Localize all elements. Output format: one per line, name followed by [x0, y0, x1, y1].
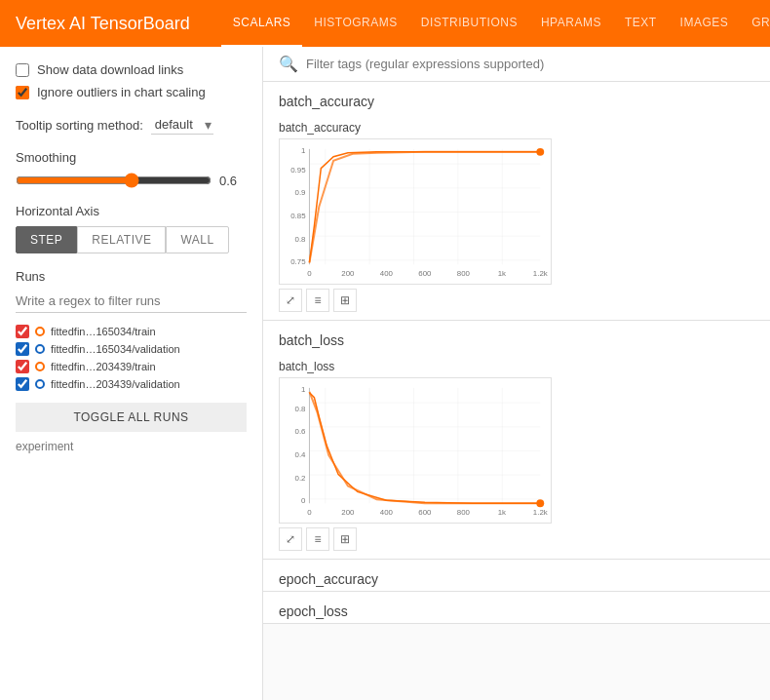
- nav-text[interactable]: TEXT: [613, 0, 669, 47]
- run-3-circle: [35, 362, 45, 371]
- header: Vertex AI TensorBoard SCALARS HISTOGRAMS…: [0, 0, 770, 47]
- run-1-label: fittedfin…165034/train: [51, 326, 156, 337]
- nav-scalars[interactable]: SCALARS: [221, 0, 303, 47]
- data-button-batch-loss[interactable]: ≡: [306, 527, 329, 551]
- svg-point-31: [536, 499, 544, 507]
- svg-text:800: 800: [457, 269, 471, 278]
- smoothing-slider[interactable]: [16, 173, 212, 188]
- svg-text:600: 600: [418, 269, 432, 278]
- svg-text:0: 0: [307, 269, 312, 278]
- run-item-1: fittedfin…165034/train: [16, 325, 247, 338]
- nav-histograms[interactable]: HISTOGRAMS: [302, 0, 408, 47]
- chart-svg-batch-accuracy: 0.75 0.8 0.85 0.9 0.95 1 0 200 400 600 8…: [280, 139, 551, 284]
- section-batch-accuracy-header: batch_accuracy: [263, 82, 770, 113]
- run-2-circle: [35, 344, 45, 354]
- show-download-row[interactable]: Show data download links: [16, 62, 247, 77]
- nav-graphs[interactable]: GRAPHS: [740, 0, 770, 47]
- chart-title-batch-loss: batch_loss: [279, 360, 552, 373]
- download-section: Show data download links Ignore outliers…: [16, 62, 247, 99]
- nav-hparams[interactable]: HPARAMS: [529, 0, 613, 47]
- main-nav: SCALARS HISTOGRAMS DISTRIBUTIONS HPARAMS…: [221, 0, 770, 47]
- svg-rect-16: [309, 388, 540, 503]
- chart-card-batch-accuracy: batch_accuracy 0.75 0.8 0.85: [263, 113, 567, 320]
- svg-text:1: 1: [301, 385, 305, 394]
- axis-step-btn[interactable]: STEP: [16, 226, 77, 253]
- experiment-link[interactable]: experiment: [16, 440, 247, 453]
- axis-relative-btn[interactable]: RELATIVE: [77, 226, 166, 253]
- runs-section: Runs fittedfin…165034/train fittedfin…16…: [16, 269, 247, 453]
- search-input[interactable]: [306, 57, 754, 71]
- section-batch-loss: batch_loss batch_loss 0 0.2 0.: [263, 321, 770, 560]
- svg-text:400: 400: [380, 508, 394, 517]
- data-button-batch-accuracy[interactable]: ≡: [306, 289, 329, 312]
- run-1-circle: [35, 327, 45, 336]
- run-item-2: fittedfin…165034/validation: [16, 342, 247, 356]
- svg-text:0.2: 0.2: [295, 474, 306, 483]
- svg-text:200: 200: [341, 508, 355, 517]
- search-icon: 🔍: [279, 55, 298, 73]
- run-3-label: fittedfin…203439/train: [51, 361, 156, 372]
- ignore-outliers-checkbox[interactable]: [16, 86, 29, 99]
- svg-text:0.8: 0.8: [295, 235, 307, 244]
- svg-text:0.8: 0.8: [295, 405, 307, 413]
- nav-images[interactable]: IMAGES: [669, 0, 741, 47]
- coords-button-batch-accuracy[interactable]: ⊞: [333, 289, 357, 312]
- axis-buttons: STEP RELATIVE WALL: [16, 226, 247, 253]
- svg-point-15: [536, 148, 544, 156]
- ignore-outliers-row[interactable]: Ignore outliers in chart scaling: [16, 85, 247, 99]
- show-download-label: Show data download links: [37, 62, 183, 77]
- run-2-label: fittedfin…165034/validation: [51, 343, 180, 355]
- run-2-checkbox[interactable]: [16, 342, 29, 356]
- toggle-all-runs-button[interactable]: TOGGLE ALL RUNS: [16, 403, 247, 432]
- svg-rect-0: [309, 149, 540, 264]
- tooltip-row: Tooltip sorting method: default ▾: [16, 115, 247, 135]
- run-1-checkbox[interactable]: [16, 325, 29, 338]
- chart-title-batch-accuracy: batch_accuracy: [279, 121, 552, 135]
- svg-text:1: 1: [301, 146, 305, 155]
- svg-text:600: 600: [418, 508, 432, 517]
- svg-text:0: 0: [307, 508, 312, 517]
- svg-text:1k: 1k: [498, 508, 506, 517]
- svg-text:0.95: 0.95: [290, 166, 306, 175]
- smoothing-value: 0.6: [219, 174, 247, 188]
- chart-svg-batch-loss: 0 0.2 0.4 0.6 0.8 1 0 200 400 600 800 1k…: [280, 378, 551, 523]
- runs-filter-input[interactable]: [16, 290, 247, 313]
- smoothing-row: 0.6: [16, 173, 247, 188]
- main-content: 🔍 batch_accuracy batch_accuracy: [263, 47, 770, 700]
- nav-distributions[interactable]: DISTRIBUTIONS: [409, 0, 529, 47]
- smoothing-label: Smoothing: [16, 150, 247, 165]
- run-item-3: fittedfin…203439/train: [16, 360, 247, 373]
- chart-batch-accuracy: 0.75 0.8 0.85 0.9 0.95 1 0 200 400 600 8…: [279, 138, 552, 285]
- svg-text:1.2k: 1.2k: [533, 269, 548, 278]
- svg-text:0.75: 0.75: [290, 257, 306, 266]
- expand-button-batch-loss[interactable]: ⤢: [279, 527, 302, 551]
- tooltip-label: Tooltip sorting method:: [16, 118, 143, 133]
- show-download-checkbox[interactable]: [16, 63, 29, 77]
- section-epoch-accuracy-header: epoch_accuracy: [263, 560, 770, 591]
- svg-text:0.6: 0.6: [295, 427, 307, 436]
- run-3-checkbox[interactable]: [16, 360, 29, 373]
- run-4-checkbox[interactable]: [16, 377, 29, 391]
- run-item-4: fittedfin…203439/validation: [16, 377, 247, 391]
- chart-batch-loss: 0 0.2 0.4 0.6 0.8 1 0 200 400 600 800 1k…: [279, 377, 552, 524]
- svg-text:0.4: 0.4: [295, 450, 307, 459]
- axis-wall-btn[interactable]: WALL: [166, 226, 228, 253]
- svg-text:200: 200: [341, 269, 355, 278]
- h-axis-section: Horizontal Axis STEP RELATIVE WALL: [16, 204, 247, 253]
- run-4-label: fittedfin…203439/validation: [51, 378, 180, 390]
- section-epoch-accuracy: epoch_accuracy: [263, 560, 770, 592]
- ignore-outliers-label: Ignore outliers in chart scaling: [37, 85, 206, 99]
- tooltip-select[interactable]: default: [151, 115, 213, 135]
- coords-button-batch-loss[interactable]: ⊞: [333, 527, 357, 551]
- svg-text:800: 800: [457, 508, 471, 517]
- section-epoch-loss: epoch_loss: [263, 592, 770, 624]
- brand-title: Vertex AI TensorBoard: [16, 14, 190, 34]
- h-axis-label: Horizontal Axis: [16, 204, 247, 218]
- search-bar: 🔍: [263, 47, 770, 82]
- svg-text:1.2k: 1.2k: [533, 508, 548, 517]
- section-batch-loss-header: batch_loss: [263, 321, 770, 352]
- smoothing-section: Smoothing 0.6: [16, 150, 247, 188]
- expand-button-batch-accuracy[interactable]: ⤢: [279, 289, 302, 312]
- tooltip-select-wrapper[interactable]: default ▾: [151, 115, 213, 135]
- svg-text:400: 400: [380, 269, 394, 278]
